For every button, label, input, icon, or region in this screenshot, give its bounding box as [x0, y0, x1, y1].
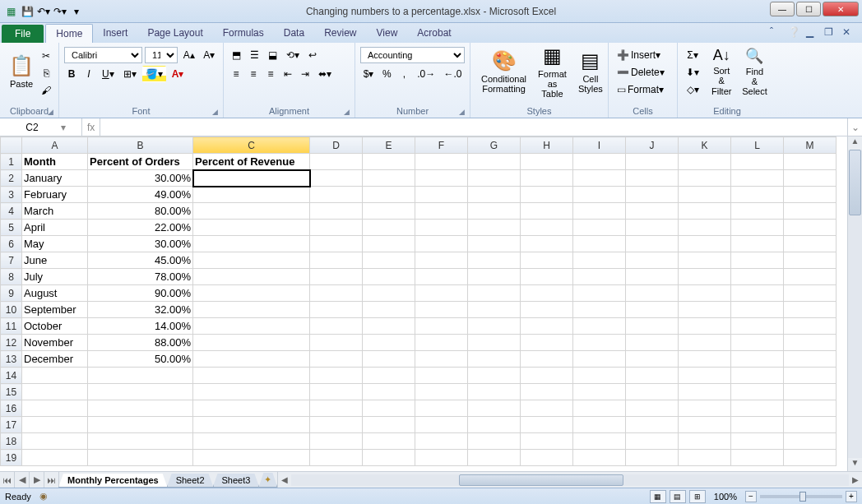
align-left-button[interactable]: ≡ [229, 66, 243, 82]
cell-L11[interactable] [731, 318, 784, 335]
align-right-button[interactable]: ≡ [263, 66, 278, 82]
doc-minimize-icon[interactable]: ▁ [806, 26, 819, 39]
align-center-button[interactable]: ≡ [246, 66, 261, 82]
row-header-18[interactable]: 18 [1, 433, 22, 450]
cell-L4[interactable] [731, 203, 784, 220]
cell-J2[interactable] [626, 170, 679, 187]
cell-C6[interactable] [193, 236, 310, 252]
cell-M16[interactable] [784, 400, 837, 417]
col-header-A[interactable]: A [22, 137, 88, 154]
format-cells-button[interactable]: ▭ Format ▾ [614, 81, 671, 98]
cell-B7[interactable]: 45.00% [88, 252, 193, 269]
scroll-right-icon[interactable]: ▶ [849, 475, 862, 484]
cell-D2[interactable] [310, 170, 363, 187]
qat-customize-icon[interactable]: ▾ [69, 4, 84, 19]
zoom-out-button[interactable]: − [745, 491, 757, 502]
cell-A15[interactable] [22, 384, 88, 400]
cell-E5[interactable] [363, 220, 415, 236]
page-break-view-button[interactable]: ⊞ [689, 490, 706, 503]
cell-C15[interactable] [193, 384, 310, 400]
cell-M11[interactable] [784, 318, 837, 335]
cell-F7[interactable] [415, 252, 468, 269]
cell-K18[interactable] [679, 433, 731, 450]
col-header-M[interactable]: M [784, 137, 837, 154]
col-header-L[interactable]: L [731, 137, 784, 154]
cell-H13[interactable] [521, 351, 573, 368]
cell-F8[interactable] [415, 269, 468, 285]
cell-A4[interactable]: March [22, 203, 88, 220]
cell-C5[interactable] [193, 220, 310, 236]
tab-acrobat[interactable]: Acrobat [407, 24, 461, 43]
cell-I13[interactable] [573, 351, 626, 368]
cell-J10[interactable] [626, 302, 679, 318]
cell-F12[interactable] [415, 335, 468, 351]
grow-font-button[interactable]: A▴ [180, 47, 198, 63]
scroll-up-icon[interactable]: ▲ [848, 136, 862, 150]
cell-C3[interactable] [193, 187, 310, 203]
delete-cells-button[interactable]: ➖ Delete ▾ [614, 64, 671, 81]
cell-G4[interactable] [468, 203, 521, 220]
cell-F9[interactable] [415, 285, 468, 302]
cell-G17[interactable] [468, 417, 521, 433]
cell-M17[interactable] [784, 417, 837, 433]
cell-A13[interactable]: December [22, 351, 88, 368]
cell-K10[interactable] [679, 302, 731, 318]
cell-M13[interactable] [784, 351, 837, 368]
border-button[interactable]: ⊞▾ [120, 66, 140, 82]
cell-F16[interactable] [415, 400, 468, 417]
sheet-next-icon[interactable]: ▶ [30, 472, 44, 488]
cell-B9[interactable]: 90.00% [88, 285, 193, 302]
underline-button[interactable]: U▾ [99, 66, 118, 82]
cell-J4[interactable] [626, 203, 679, 220]
increase-indent-button[interactable]: ⇥ [298, 66, 313, 82]
cell-M9[interactable] [784, 285, 837, 302]
cell-D3[interactable] [310, 187, 363, 203]
cell-G13[interactable] [468, 351, 521, 368]
cell-H5[interactable] [521, 220, 573, 236]
format-painter-button[interactable]: 🖌 [38, 83, 54, 99]
cell-E8[interactable] [363, 269, 415, 285]
cell-K7[interactable] [679, 252, 731, 269]
row-header-13[interactable]: 13 [1, 351, 22, 368]
row-header-11[interactable]: 11 [1, 318, 22, 335]
cell-I10[interactable] [573, 302, 626, 318]
cell-K6[interactable] [679, 236, 731, 252]
cell-C10[interactable] [193, 302, 310, 318]
col-header-F[interactable]: F [415, 137, 468, 154]
cell-M8[interactable] [784, 269, 837, 285]
cell-D10[interactable] [310, 302, 363, 318]
cell-I15[interactable] [573, 384, 626, 400]
percent-button[interactable]: % [379, 66, 394, 82]
cell-E4[interactable] [363, 203, 415, 220]
insert-cells-button[interactable]: ➕ Insert ▾ [614, 47, 671, 63]
cell-A1[interactable]: Month [22, 154, 88, 170]
italic-button[interactable]: I [81, 66, 96, 82]
cell-A2[interactable]: January [22, 170, 88, 187]
cell-I6[interactable] [573, 236, 626, 252]
cell-F14[interactable] [415, 368, 468, 384]
cell-L6[interactable] [731, 236, 784, 252]
cell-J19[interactable] [626, 450, 679, 466]
autosum-button[interactable]: Σ▾ [683, 47, 702, 63]
zoom-slider-handle[interactable] [799, 492, 806, 502]
cell-I4[interactable] [573, 203, 626, 220]
cell-I5[interactable] [573, 220, 626, 236]
cell-G3[interactable] [468, 187, 521, 203]
sheet-prev-icon[interactable]: ◀ [15, 472, 30, 488]
cell-G19[interactable] [468, 450, 521, 466]
cell-B17[interactable] [88, 417, 193, 433]
cell-H18[interactable] [521, 433, 573, 450]
cell-F5[interactable] [415, 220, 468, 236]
cell-F19[interactable] [415, 450, 468, 466]
decrease-decimal-button[interactable]: ←.0 [441, 66, 465, 82]
cell-B12[interactable]: 88.00% [88, 335, 193, 351]
row-header-10[interactable]: 10 [1, 302, 22, 318]
name-box[interactable]: ▾ [0, 118, 82, 136]
cell-C11[interactable] [193, 318, 310, 335]
minimize-button[interactable]: — [770, 2, 795, 16]
align-top-button[interactable]: ⬒ [229, 47, 244, 63]
cell-C17[interactable] [193, 417, 310, 433]
col-header-E[interactable]: E [363, 137, 415, 154]
decrease-indent-button[interactable]: ⇤ [280, 66, 295, 82]
cell-H15[interactable] [521, 384, 573, 400]
